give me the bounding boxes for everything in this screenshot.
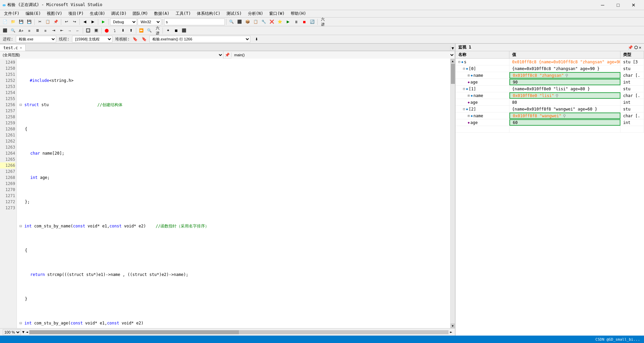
- toolbox-btn[interactable]: 🔧: [260, 18, 267, 26]
- debug-mode-dropdown[interactable]: Debug: [110, 19, 137, 25]
- scroll-thumb[interactable]: [451, 64, 455, 84]
- watch-close-icon[interactable]: ✕: [639, 45, 641, 50]
- t2-indent[interactable]: →: [66, 27, 73, 34]
- scroll-track[interactable]: [451, 63, 455, 323]
- menu-arch[interactable]: 体系结构(C): [194, 10, 223, 17]
- t2-step-in[interactable]: ⬇: [119, 27, 127, 34]
- menu-team[interactable]: 团队(M): [130, 10, 151, 17]
- t2-btn2[interactable]: 🔍: [9, 27, 17, 34]
- menu-tools[interactable]: 工具(T): [173, 10, 194, 17]
- menu-test[interactable]: 测试(S): [224, 10, 245, 17]
- back-btn[interactable]: ◀: [81, 18, 88, 26]
- redo-btn[interactable]: ↪: [71, 18, 78, 26]
- open-btn[interactable]: 📁: [9, 18, 17, 26]
- paste-btn[interactable]: 📌: [52, 18, 60, 26]
- scope-dropdown[interactable]: (全局范围): [0, 51, 223, 59]
- copy-btn[interactable]: 📋: [44, 18, 51, 26]
- zoom-select[interactable]: 100 % 75 % 125 % 150 %: [3, 329, 21, 335]
- prop-btn[interactable]: 📋: [252, 18, 259, 26]
- platform-dropdown[interactable]: Win32: [138, 19, 161, 25]
- forward-btn[interactable]: ▶: [89, 18, 97, 26]
- hex-btn[interactable]: 十六进制: [319, 18, 326, 26]
- t2-extra1[interactable]: ✦: [164, 27, 172, 34]
- start-debug-btn[interactable]: ▶: [100, 18, 107, 26]
- t2-comment[interactable]: 🔲: [84, 27, 92, 34]
- menu-window[interactable]: 窗口(W): [266, 10, 287, 17]
- expand-2-name[interactable]: ⊞: [468, 114, 470, 118]
- horizontal-scrollbar[interactable]: [29, 330, 449, 334]
- t2-btn8[interactable]: ⇤: [58, 27, 65, 34]
- scroll-right-btn[interactable]: ►: [450, 330, 452, 334]
- t2-btn6[interactable]: ≡: [42, 27, 49, 34]
- code-scrollbar[interactable]: ▲ ▼: [450, 59, 455, 328]
- expand-1[interactable]: ⊟: [463, 87, 465, 91]
- t2-show-next[interactable]: 🔍: [146, 27, 153, 34]
- expand-2[interactable]: ⊟: [463, 107, 465, 111]
- maximize-button[interactable]: □: [610, 0, 626, 10]
- menu-data[interactable]: 数据(A): [151, 10, 172, 17]
- status-bar: CSDN @GD_small_bi...: [0, 336, 644, 343]
- tab-close-btn[interactable]: ✕: [20, 46, 22, 50]
- code-content[interactable]: #include<string.h> ⊟ struct stu //创建结构体 …: [17, 59, 450, 328]
- menu-edit[interactable]: 编辑(E): [23, 10, 44, 17]
- bookmark-btn[interactable]: ⭐: [276, 18, 284, 26]
- expand-0-name[interactable]: ⊞: [468, 73, 470, 77]
- scroll-down-btn[interactable]: ▼: [451, 323, 455, 328]
- solution-explorer-btn[interactable]: 🔍: [228, 18, 235, 26]
- menu-debug[interactable]: 调试(D): [108, 10, 129, 17]
- scroll-left-btn[interactable]: ◄: [26, 330, 28, 334]
- new-file-btn[interactable]: 📄: [1, 18, 9, 26]
- watch-empty-input[interactable]: [456, 126, 509, 132]
- save-all-btn[interactable]: 💾: [26, 18, 33, 26]
- t2-btn5[interactable]: ≣: [34, 27, 41, 34]
- t2-btn3[interactable]: A+: [17, 27, 25, 34]
- watch-new-expression[interactable]: [458, 127, 506, 132]
- t2-uncomment[interactable]: 🔳: [93, 27, 100, 34]
- class-view-btn[interactable]: 📦: [244, 18, 251, 26]
- editor-collapse-btn[interactable]: ▼: [450, 46, 455, 51]
- t2-step-over[interactable]: ⤵: [111, 27, 118, 34]
- watch-float-icon[interactable]: ⬡: [634, 45, 638, 50]
- scroll-up-btn[interactable]: ▲: [451, 59, 455, 63]
- expand-1-name[interactable]: ⊞: [468, 94, 470, 97]
- process-dropdown[interactable]: 检验.exe: [16, 36, 56, 42]
- minimize-button[interactable]: ─: [595, 0, 610, 10]
- t2-btn4[interactable]: ≡: [26, 27, 33, 34]
- t2-hex2[interactable]: 十六进制: [154, 27, 161, 34]
- nav-btn[interactable]: ⬛: [236, 18, 243, 26]
- menu-analyze[interactable]: 分析(N): [245, 10, 266, 17]
- t2-unindent[interactable]: ←: [74, 27, 81, 34]
- t2-btn7[interactable]: ⇥: [50, 27, 57, 34]
- expand-0[interactable]: ⊟: [463, 67, 465, 70]
- t2-extra3[interactable]: ⬛: [180, 27, 188, 34]
- search-input[interactable]: [164, 19, 225, 25]
- menu-view[interactable]: 视图(V): [44, 10, 65, 17]
- function-dropdown[interactable]: main(): [231, 51, 455, 59]
- t2-btn1[interactable]: ⬛: [1, 27, 9, 34]
- stop-btn[interactable]: ⏹: [300, 18, 308, 26]
- editor-tab-testc[interactable]: test.c ✕: [0, 44, 26, 51]
- save-btn[interactable]: 💾: [17, 18, 25, 26]
- t2-bp[interactable]: ⬤: [103, 27, 110, 34]
- t2-run-cursor[interactable]: ⏩: [138, 27, 145, 34]
- menu-help[interactable]: 帮助(H): [288, 10, 309, 17]
- attach-btn[interactable]: ⏸: [292, 18, 300, 26]
- thread-dropdown[interactable]: [15968] 主线程: [72, 36, 112, 42]
- settings-btn[interactable]: ▶: [284, 18, 292, 26]
- undo-btn[interactable]: ↩: [63, 18, 70, 26]
- close-button[interactable]: ✕: [626, 0, 641, 10]
- menu-file[interactable]: 文件(F): [1, 10, 22, 17]
- t2-extra2[interactable]: ◼: [172, 27, 180, 34]
- stack-nav-btn[interactable]: ⬇: [253, 35, 260, 43]
- stack-dropdown[interactable]: 检验.exe!main() 行 1266: [149, 36, 250, 42]
- h-scroll-thumb[interactable]: [29, 330, 239, 334]
- menu-project[interactable]: 项目(P): [66, 10, 86, 17]
- t2-step-out[interactable]: ⬆: [127, 27, 135, 34]
- watch-title-bar: 监视 1 📌 ⬡ ✕: [456, 44, 644, 51]
- watch-pin-icon[interactable]: 📌: [628, 45, 633, 50]
- menu-build[interactable]: 生成(B): [87, 10, 108, 17]
- restart-btn[interactable]: 🔄: [309, 18, 316, 26]
- cut-btn[interactable]: ✂: [36, 18, 43, 26]
- err-list-btn[interactable]: ❌: [268, 18, 276, 26]
- expand-s[interactable]: ⊟: [458, 60, 460, 64]
